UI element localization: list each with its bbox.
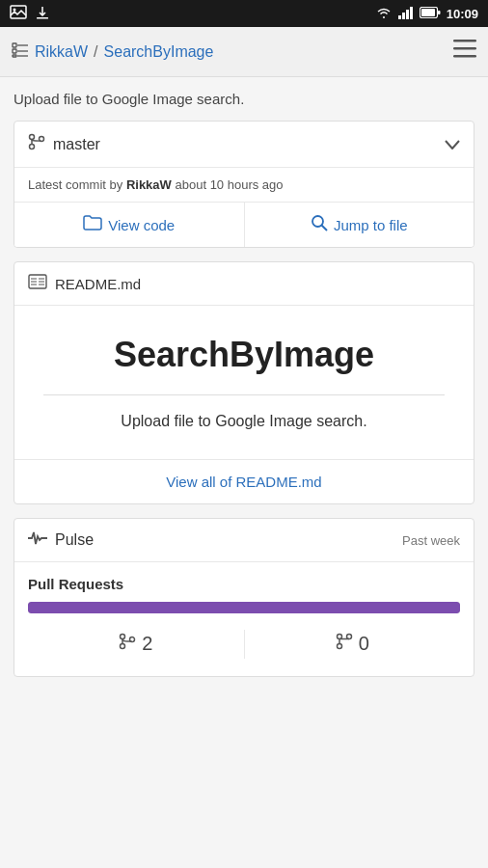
branch-icon [28, 133, 45, 155]
readme-filename: README.md [55, 276, 141, 292]
readme-description: Upload file to Google Image search. [43, 413, 445, 430]
folder-icon [83, 215, 102, 234]
pr-closed-stat: 0 [245, 625, 461, 663]
pulse-header-left: Pulse [28, 530, 94, 550]
svg-rect-16 [453, 40, 476, 42]
page-subtitle: Upload file to Google Image search. [14, 91, 474, 107]
svg-point-20 [30, 145, 35, 149]
pr-stats: 2 0 [28, 625, 460, 663]
battery-icon [420, 7, 441, 21]
svg-point-23 [312, 216, 323, 227]
pulse-icon [28, 530, 47, 550]
menu-button[interactable] [453, 40, 476, 65]
svg-rect-5 [406, 10, 409, 19]
progress-bar-track [28, 602, 460, 613]
action-row: View code Jump to file [14, 203, 474, 247]
commit-time: about 10 hours ago [175, 177, 283, 192]
status-bar-right: 10:09 [375, 6, 478, 22]
branch-row[interactable]: master [14, 122, 474, 168]
download-icon [35, 5, 50, 23]
svg-rect-18 [453, 55, 476, 58]
svg-rect-11 [13, 49, 16, 53]
chevron-down-icon [445, 134, 460, 154]
pull-requests-label: Pull Requests [28, 576, 460, 592]
svg-point-32 [121, 635, 125, 639]
jump-to-file-label: Jump to file [334, 217, 408, 233]
svg-rect-10 [13, 43, 16, 47]
status-bar: 10:09 [0, 0, 488, 27]
toolbar: RikkaW / SearchByImage [0, 27, 488, 77]
pr-closed-count: 0 [359, 633, 369, 655]
pulse-body: Pull Requests [14, 562, 474, 676]
signal-icon [398, 6, 414, 22]
svg-point-19 [30, 135, 35, 140]
svg-point-33 [121, 644, 125, 649]
svg-rect-17 [453, 47, 476, 50]
svg-rect-6 [410, 7, 413, 19]
readme-project-title: SearchByImage [43, 335, 445, 375]
status-bar-left [10, 5, 50, 23]
readme-card: README.md SearchByImage Upload file to G… [14, 261, 474, 504]
view-code-button[interactable]: View code [14, 203, 245, 247]
pr-open-icon [119, 633, 136, 655]
jump-to-file-button[interactable]: Jump to file [245, 203, 474, 247]
view-code-label: View code [108, 217, 175, 233]
svg-rect-4 [402, 13, 405, 19]
branch-left: master [28, 133, 100, 155]
pulse-header: Pulse Past week [14, 519, 474, 562]
pr-open-count: 2 [142, 633, 152, 655]
repo-owner[interactable]: RikkaW [35, 43, 88, 61]
pr-open-stat: 2 [28, 625, 244, 663]
svg-rect-2 [37, 17, 48, 19]
pull-requests-section: Pull Requests [28, 576, 460, 663]
readme-header: README.md [14, 262, 474, 306]
readme-icon [28, 274, 47, 293]
view-all-readme-link[interactable]: View all of README.md [166, 474, 321, 490]
commit-prefix: Latest commit by [28, 177, 122, 192]
repo-name[interactable]: SearchByImage [104, 43, 214, 61]
svg-rect-3 [398, 15, 401, 19]
svg-rect-0 [11, 6, 26, 18]
svg-rect-8 [421, 9, 435, 16]
svg-point-38 [337, 644, 341, 649]
gallery-icon [10, 5, 27, 22]
branch-card: master Latest commit by RikkaW about 10 … [14, 121, 474, 248]
wifi-icon [375, 6, 393, 22]
search-icon [311, 214, 328, 235]
readme-link-row[interactable]: View all of README.md [14, 460, 474, 503]
page-content: Upload file to Google Image search. mast… [0, 77, 488, 677]
repo-icon [12, 42, 29, 62]
svg-rect-12 [13, 55, 16, 57]
pulse-title: Pulse [55, 531, 94, 549]
separator: / [94, 43, 97, 61]
pr-closed-icon [336, 633, 353, 655]
svg-line-24 [321, 226, 327, 231]
branch-name: master [53, 136, 100, 153]
svg-rect-9 [438, 11, 441, 14]
readme-body: SearchByImage Upload file to Google Imag… [14, 306, 474, 460]
time-display: 10:09 [447, 7, 478, 21]
past-week-label: Past week [402, 533, 460, 548]
readme-divider [43, 394, 445, 395]
commit-author: RikkaW [126, 177, 172, 192]
commit-info: Latest commit by RikkaW about 10 hours a… [14, 168, 474, 203]
progress-bar-fill [28, 602, 460, 613]
toolbar-title: RikkaW / SearchByImage [12, 42, 213, 62]
pulse-card: Pulse Past week Pull Requests [14, 518, 474, 677]
